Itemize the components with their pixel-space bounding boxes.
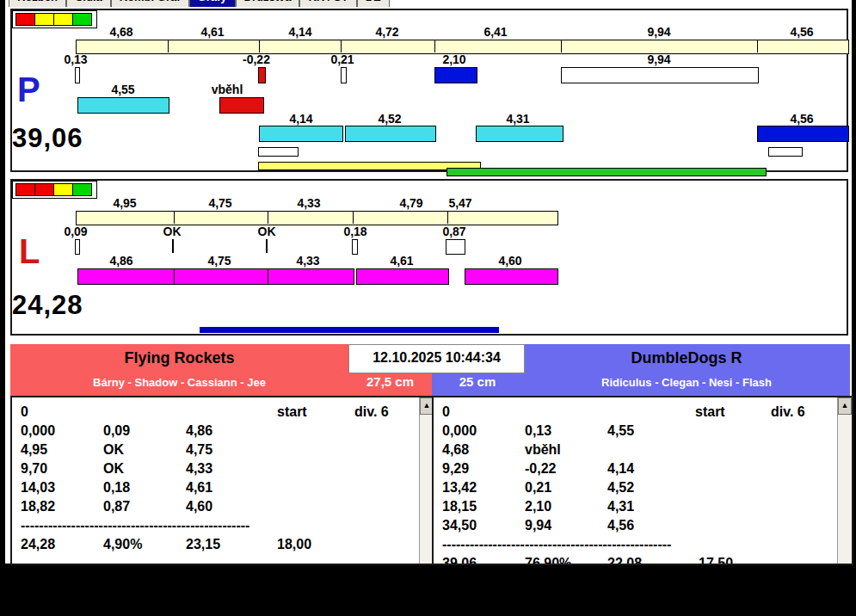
team-right-name: DumbleDogs R (523, 349, 850, 368)
table-cell: 23,15 (186, 536, 220, 553)
table-row: 13,420,214,52 (434, 479, 852, 496)
split-time-label: 4,79 (389, 197, 434, 209)
dog-run-bar (174, 268, 269, 285)
table-row: ----------------------------------------… (434, 536, 852, 553)
start-delta-bar (341, 67, 347, 83)
dog-run-bar (476, 126, 563, 142)
table-cell: 24,28 (21, 536, 55, 553)
timeline-divider (434, 40, 435, 52)
panel-l-letter: L (19, 234, 40, 268)
table-cell: 18,82 (21, 498, 55, 515)
table-cell: 18,15 (442, 498, 477, 515)
table-row: 4,68vběhl (434, 441, 852, 459)
tab--idla[interactable]: Čidla (66, 0, 111, 7)
timeline-divider (259, 40, 260, 52)
table-cell: 76,90% (525, 555, 571, 565)
dog-run-bar (345, 126, 436, 142)
table-row: 4,95OK4,75 (12, 441, 434, 459)
timeline-divider (341, 40, 342, 52)
run-time-label: 4,60 (488, 255, 533, 267)
start-delta-bar (434, 67, 477, 83)
timeline-divider (561, 40, 562, 52)
tab-kombi-graf[interactable]: Kombi Graf (111, 0, 189, 7)
table-cell: 0,13 (525, 422, 551, 440)
dog-run-bar-fault (219, 97, 264, 114)
split-time-label: 4,68 (99, 26, 144, 38)
run-time-label: 4,31 (496, 113, 540, 125)
split-time-label: 4,72 (365, 26, 410, 38)
dog-run-bar (465, 268, 558, 285)
table-cell: 4,90% (103, 536, 142, 553)
dog-run-bar (268, 268, 354, 285)
split-time-label: 4,75 (198, 197, 243, 209)
scroll-up-button[interactable]: ▲ (838, 397, 852, 415)
table-row: 34,509,944,56 (434, 517, 852, 534)
table-cell: 22,08 (607, 555, 642, 565)
tab-rozb-h[interactable]: Rozběh (9, 0, 66, 7)
dog-run-bar (259, 126, 343, 142)
scroll-up-icon: ▲ (423, 401, 431, 410)
table-cell: 4,31 (607, 498, 634, 515)
table-cell: 13,42 (442, 479, 477, 496)
status-light-yellow (34, 13, 54, 26)
run-time-label: 4,14 (279, 113, 323, 125)
table-cell: 4,52 (607, 479, 634, 496)
tab-kr-st[interactable]: KR / ST (299, 0, 356, 7)
panel-l: 4,95 4,75 4,33 4,79 5,47 0,09 OK OK 0,18… (10, 179, 848, 336)
table-row: 18,820,874,60 (12, 498, 434, 515)
run-time-label: vběhl (205, 83, 249, 95)
datetime-box: 12.10.2025 10:44:34 (348, 344, 525, 373)
team-right-dogs: Ridiculus - Clegan - Nesi - Flash (523, 376, 850, 390)
table-cell: 4,75 (186, 441, 212, 459)
split-time-label: 4,14 (278, 26, 323, 38)
table-cell: -0,22 (525, 460, 556, 477)
table-cell: 4,86 (186, 422, 212, 440)
datetime-text: 12.10.2025 10:44:34 (373, 350, 501, 365)
status-light-yellow (53, 13, 73, 26)
panel-p-total-time: 39,06 (12, 125, 83, 151)
table-cell: 0,000 (21, 422, 55, 440)
run-time-label: 4,61 (379, 255, 424, 267)
table-row: 0,0000,134,55 (434, 422, 852, 440)
status-light-green (72, 183, 92, 196)
table-cell: 4,14 (607, 460, 634, 477)
table-cell: ----------------------------------------… (21, 517, 249, 534)
team-left-jump-height: 27,5 cm (348, 374, 432, 390)
tab-dru-stva[interactable]: Družstva (236, 0, 300, 7)
split-time-label: 5,47 (438, 197, 483, 209)
table-cell: 0,000 (442, 422, 477, 440)
timeline-divider (168, 40, 169, 52)
start-ok-tick (266, 239, 268, 253)
panel-l-total-time: 24,28 (12, 292, 83, 318)
team-right-jump-height: 25 cm (432, 374, 523, 390)
indicator-strip-blue (200, 327, 499, 333)
indicator-strip-white (768, 147, 803, 157)
table-cell: 4,56 (607, 517, 634, 534)
start-delta-label: OK (244, 225, 289, 237)
table-cell: 18,00 (277, 536, 311, 553)
tab-de[interactable]: DE (357, 0, 390, 7)
start-delta-label: 0,21 (320, 53, 365, 65)
table-cell: 9,94 (525, 517, 551, 534)
timeline-divider (353, 211, 354, 224)
tab-bar-tabs: RozběhČidlaKombi GrafGrafyDružstvaKR / S… (9, 0, 390, 7)
panel-p-status-lights (12, 10, 97, 28)
tab-grafy[interactable]: Grafy (189, 0, 236, 7)
table-cell: 4,55 (607, 422, 634, 440)
status-light-red (34, 183, 54, 196)
split-time-label: 9,94 (637, 26, 681, 38)
table-scrollbar[interactable]: ▲ (837, 397, 852, 564)
status-light-green (72, 13, 92, 26)
start-delta-bar (75, 239, 80, 255)
run-time-label: 4,55 (101, 83, 145, 95)
dog-run-bar (77, 97, 169, 114)
start-delta-label: 0,87 (432, 225, 477, 237)
timeline-divider (447, 211, 448, 224)
start-delta-label: 0,18 (333, 225, 378, 237)
indicator-strip-green (446, 168, 767, 176)
dog-run-bar (77, 268, 176, 285)
table-cell: 0,21 (525, 479, 551, 496)
table-cell: 4,33 (186, 460, 212, 477)
table-cell: 0,09 (103, 422, 130, 440)
run-time-label: 4,56 (779, 113, 824, 125)
